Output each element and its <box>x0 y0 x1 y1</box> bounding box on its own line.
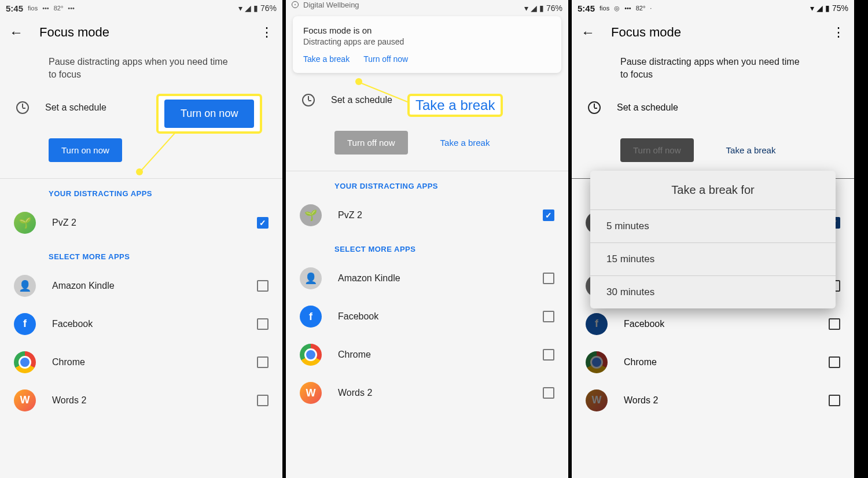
app-row-pvz[interactable]: 🌱 PvZ 2 <box>286 196 568 234</box>
signal-icon: ◢ <box>531 3 537 13</box>
overflow-menu-icon[interactable]: ⋮ <box>260 25 273 40</box>
status-dots-icon: ••• <box>68 5 75 12</box>
notif-take-break-action[interactable]: Take a break <box>303 54 350 64</box>
app-name: Words 2 <box>624 395 812 406</box>
notification-card[interactable]: Focus mode is on Distracting apps are pa… <box>293 16 561 73</box>
battery-icon: ▮ <box>825 3 830 13</box>
app-row-words[interactable]: W Words 2 <box>0 381 282 420</box>
turn-off-button: Turn off now <box>620 138 694 162</box>
notif-app-name: Digital Wellbeing <box>303 1 359 9</box>
words-icon: W <box>300 382 322 404</box>
pvz-icon-disabled: 🌱 <box>300 204 322 226</box>
take-break-dialog: Take a break for 5 minutes 15 minutes 30… <box>590 171 836 308</box>
app-row-kindle[interactable]: 👤 Amazon Kindle <box>286 259 568 297</box>
checkbox <box>829 356 840 368</box>
phone-2: Digital Wellbeing ▾ ◢ ▮ 76% Focus mode i… <box>286 0 572 478</box>
notif-app-indicator: Digital Wellbeing <box>292 1 359 9</box>
kindle-icon: 👤 <box>14 275 36 297</box>
app-name: PvZ 2 <box>338 210 527 220</box>
app-name: PvZ 2 <box>52 218 241 228</box>
checkbox[interactable] <box>257 356 269 368</box>
checkbox-checked[interactable] <box>257 217 269 229</box>
clock-icon <box>588 101 601 114</box>
back-icon[interactable]: ← <box>581 24 595 41</box>
wifi-icon: ▾ <box>238 3 242 13</box>
overflow-menu-icon[interactable]: ⋮ <box>832 25 845 40</box>
turn-on-button[interactable]: Turn on now <box>49 138 122 162</box>
facebook-icon: f <box>14 313 36 335</box>
app-row-chrome[interactable]: Chrome <box>0 343 282 381</box>
words-icon: W <box>586 389 608 411</box>
checkbox[interactable] <box>543 273 554 284</box>
status-bar: 5:45 fios ••• 82° ••• ▾ ◢ ▮ 76% <box>0 0 282 16</box>
app-name: Chrome <box>338 350 527 360</box>
chrome-icon <box>586 351 608 373</box>
schedule-label: Set a schedule <box>45 102 106 113</box>
app-name: Words 2 <box>52 395 241 406</box>
checkbox[interactable] <box>543 349 554 361</box>
app-row-facebook[interactable]: f Facebook <box>286 297 568 336</box>
status-temp: 82° <box>54 5 64 12</box>
status-dots-icon: ••• <box>42 5 49 12</box>
app-name: Chrome <box>52 357 241 367</box>
carrier-label: fios <box>599 5 609 12</box>
battery-icon: ▮ <box>253 3 258 13</box>
checkbox <box>829 318 840 330</box>
back-icon[interactable]: ← <box>9 24 23 41</box>
app-name: Amazon Kindle <box>52 281 241 291</box>
notif-turn-off-action[interactable]: Turn off now <box>363 54 408 64</box>
app-row-facebook: f Facebook <box>572 305 854 343</box>
wifi-icon: ▾ <box>810 3 814 13</box>
schedule-row: Set a schedule <box>572 93 854 122</box>
app-name: Facebook <box>624 319 812 329</box>
status-time: 5:45 <box>578 3 595 13</box>
page-subtitle: Pause distracting apps when you need tim… <box>0 49 282 93</box>
take-break-button[interactable]: Take a break <box>436 131 495 155</box>
app-header: ← Focus mode ⋮ <box>572 16 854 49</box>
dialog-option-15min[interactable]: 15 minutes <box>590 243 836 276</box>
pvz-icon: 🌱 <box>14 212 36 234</box>
checkbox[interactable] <box>543 387 554 399</box>
app-row-words[interactable]: W Words 2 <box>286 374 568 412</box>
callout-take-break: Take a break <box>407 94 503 117</box>
take-break-button: Take a break <box>722 138 781 162</box>
select-more-label: SELECT MORE APPS <box>286 234 568 259</box>
schedule-label: Set a schedule <box>331 95 392 105</box>
app-row-pvz[interactable]: 🌱 PvZ 2 <box>0 204 282 242</box>
app-name: Facebook <box>52 319 241 329</box>
page-title: Focus mode <box>611 25 832 40</box>
checkbox-checked[interactable] <box>543 209 554 221</box>
dialog-title: Take a break for <box>590 171 836 210</box>
distracting-apps-label: YOUR DISTRACTING APPS <box>0 179 282 204</box>
app-name: Amazon Kindle <box>338 273 527 284</box>
app-row-kindle[interactable]: 👤 Amazon Kindle <box>0 267 282 305</box>
page-subtitle: Pause distracting apps when you need tim… <box>572 49 854 93</box>
checkbox[interactable] <box>257 280 269 292</box>
app-name: Chrome <box>624 357 812 367</box>
facebook-icon: f <box>300 306 322 328</box>
turn-off-button[interactable]: Turn off now <box>334 131 408 155</box>
dialog-option-5min[interactable]: 5 minutes <box>590 210 836 243</box>
status-dots-icon: ••• <box>624 5 631 12</box>
dialog-option-30min[interactable]: 30 minutes <box>590 276 836 308</box>
checkbox[interactable] <box>257 395 269 406</box>
notif-title: Focus mode is on <box>303 25 551 35</box>
phone-3: 5:45 fios ◎ ••• 82° · ▾ ◢ ▮ 75% ← Focus … <box>572 0 858 478</box>
facebook-icon: f <box>586 313 608 335</box>
app-row-chrome: Chrome <box>572 343 854 381</box>
notif-body: Distracting apps are paused <box>303 37 551 46</box>
app-name: Words 2 <box>338 388 527 398</box>
app-row-chrome[interactable]: Chrome <box>286 336 568 374</box>
callout-turn-on: Turn on now <box>156 94 262 134</box>
status-bar: Digital Wellbeing ▾ ◢ ▮ 76% <box>286 0 568 16</box>
wellbeing-status-icon: ◎ <box>614 5 620 12</box>
status-bar: 5:45 fios ◎ ••• 82° · ▾ ◢ ▮ 75% <box>572 0 854 16</box>
signal-icon: ◢ <box>245 3 251 13</box>
checkbox[interactable] <box>543 311 554 322</box>
callout-turn-on-button: Turn on now <box>164 100 254 128</box>
checkbox <box>829 395 840 406</box>
app-row-facebook[interactable]: f Facebook <box>0 305 282 343</box>
words-icon: W <box>14 389 36 411</box>
checkbox[interactable] <box>257 318 269 330</box>
kindle-icon: 👤 <box>300 267 322 289</box>
